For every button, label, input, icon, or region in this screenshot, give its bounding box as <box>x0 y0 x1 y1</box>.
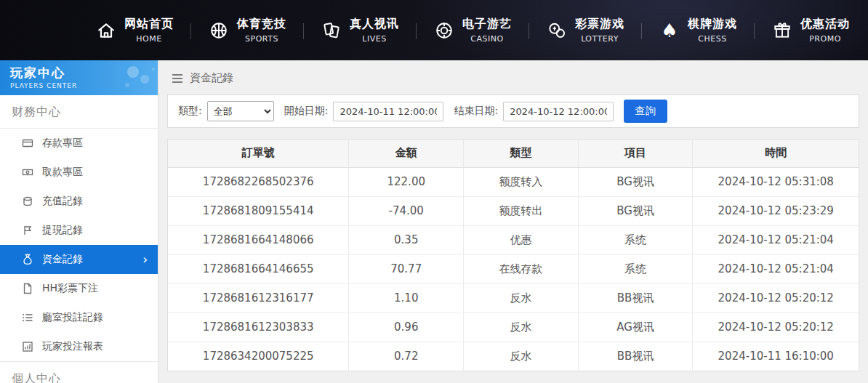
cell-time: 2024-10-12 05:20:12 <box>693 283 859 313</box>
records-table-panel: 訂單號 金額 類型 項目 時間 1728682268502376 122.00 … <box>167 139 859 371</box>
nav-item-lives[interactable]: 真人视讯 LIVES <box>304 13 417 48</box>
sidebar: 玩家中心 PLAYERS CENTER 财務中心 存款專區 取款專區 <box>0 60 158 383</box>
nav-item-promo[interactable]: 优惠活动 PROMO <box>755 13 867 48</box>
lottery-balls-icon <box>547 20 567 41</box>
sidebar-item-player-bet-report[interactable]: 玩家投注報表 <box>0 332 158 361</box>
start-date-label: 開始日期: <box>284 105 329 118</box>
money-bag-icon <box>22 254 33 265</box>
table-row: 1728681809155414 -74.00 额度转出 BG视讯 2024-1… <box>168 196 859 225</box>
column-header-type: 類型 <box>464 140 579 167</box>
cell-order-no: 1728681664146655 <box>168 254 349 283</box>
sidebar-menu: 存款專區 取款專區 充值記錄 提現記錄 <box>0 129 158 361</box>
nav-item-text: 优惠活动 PROMO <box>800 17 850 44</box>
sidebar-item-label: 存款專區 <box>42 137 83 150</box>
nav-item-lottery[interactable]: 彩票游戏 LOTTERY <box>529 13 642 48</box>
nav-item-subtitle: LIVES <box>362 34 386 44</box>
personal-section-title: 個人中心 <box>0 361 158 383</box>
chip-icon <box>434 20 454 41</box>
sidebar-item-hh-lottery-bets[interactable]: HH彩票下注 <box>0 274 158 303</box>
cell-type: 反水 <box>464 283 579 313</box>
cell-amount: 70.77 <box>349 254 464 283</box>
cell-project: BB视讯 <box>578 283 693 313</box>
document-icon <box>22 283 33 294</box>
nav-item-title: 电子游艺 <box>462 17 512 32</box>
sidebar-item-label: 廳室投註記錄 <box>42 311 103 324</box>
cell-type: 额度转出 <box>464 196 579 225</box>
table-row: 1728681612303833 0.96 反水 AG视讯 2024-10-12… <box>168 313 859 342</box>
nav-item-text: 真人视讯 LIVES <box>350 17 399 44</box>
cell-amount: 0.96 <box>349 313 464 342</box>
cell-type: 在线存款 <box>464 254 579 283</box>
cell-order-no: 1728634200075225 <box>168 342 349 371</box>
nav-item-chess[interactable]: ♠ 棋牌游戏 CHESS <box>642 13 755 48</box>
cell-type: 反水 <box>464 313 579 342</box>
cell-amount: 1.10 <box>349 283 464 313</box>
nav-item-title: 棋牌游戏 <box>688 17 737 32</box>
deposit-card-icon <box>22 137 33 149</box>
table-row: 1728682268502376 122.00 额度转入 BG视讯 2024-1… <box>168 167 859 196</box>
nav-item-text: 彩票游戏 LOTTERY <box>575 17 624 44</box>
cell-time: 2024-10-11 16:10:00 <box>693 342 859 371</box>
gift-icon <box>772 20 792 41</box>
table-row: 1728681664148066 0.35 优惠 系统 2024-10-12 0… <box>168 225 859 254</box>
sidebar-item-label: 資金記錄 <box>42 253 83 266</box>
finance-section-title: 财務中心 <box>0 95 158 129</box>
cell-order-no: 1728681612316177 <box>168 283 349 313</box>
nav-item-text: 网站首页 HOME <box>124 17 174 44</box>
nav-item-home[interactable]: 网站首页 HOME <box>79 13 191 48</box>
end-date-input[interactable] <box>503 102 614 121</box>
table-row: 1728681664146655 70.77 在线存款 系统 2024-10-1… <box>168 254 859 283</box>
banknote-icon <box>22 166 33 178</box>
cell-type: 优惠 <box>464 225 579 254</box>
cell-project: AG视讯 <box>578 313 693 342</box>
type-select[interactable]: 全部 <box>207 101 274 121</box>
type-label: 類型: <box>178 105 202 118</box>
sidebar-item-withdrawal-records[interactable]: 提現記錄 <box>0 216 158 245</box>
nav-item-text: 体育竞技 SPORTS <box>237 17 286 44</box>
nav-item-casino[interactable]: 电子游艺 CASINO <box>417 13 529 48</box>
funds-records-table: 訂單號 金額 類型 項目 時間 1728682268502376 122.00 … <box>168 140 859 371</box>
cell-amount: 122.00 <box>349 167 464 196</box>
sidebar-item-label: 充值記錄 <box>42 195 83 208</box>
home-icon <box>96 20 116 41</box>
sidebar-item-funds-records[interactable]: 資金記錄 › <box>0 245 158 274</box>
table-header-row: 訂單號 金額 類型 項目 時間 <box>168 140 859 167</box>
breadcrumb: 資金記錄 <box>158 60 868 93</box>
cell-order-no: 1728681612303833 <box>168 313 349 342</box>
cell-time: 2024-10-12 05:21:04 <box>693 225 859 254</box>
cell-project: BG视讯 <box>578 196 693 225</box>
hamburger-icon[interactable] <box>172 73 183 84</box>
players-center-subtitle: PLAYERS CENTER <box>10 82 148 89</box>
cell-type: 反水 <box>464 342 579 371</box>
column-header-time: 時間 <box>693 140 859 167</box>
sidebar-item-room-bet-records[interactable]: 廳室投註記錄 <box>0 303 158 332</box>
nav-item-subtitle: LOTTERY <box>581 34 619 44</box>
sidebar-item-deposit[interactable]: 存款專區 <box>0 129 158 158</box>
nav-item-title: 优惠活动 <box>800 17 850 32</box>
page-title: 資金記錄 <box>190 71 233 85</box>
sidebar-item-withdraw[interactable]: 取款專區 <box>0 158 158 187</box>
table-row: 1728634200075225 0.72 反水 BB视讯 2024-10-11… <box>168 342 859 371</box>
cell-type: 额度转入 <box>464 167 579 196</box>
sidebar-item-recharge-records[interactable]: 充值記錄 <box>0 187 158 216</box>
main-content: 資金記錄 類型: 全部 開始日期: 结束日期: 查詢 訂單號 金額 類型 項目 <box>158 60 868 383</box>
coins-icon <box>22 195 33 207</box>
end-date-label: 结束日期: <box>454 105 498 118</box>
spade-icon: ♠ <box>659 20 680 41</box>
column-header-order-no: 訂單號 <box>168 140 349 167</box>
nav-item-subtitle: SPORTS <box>245 34 278 44</box>
cell-order-no: 1728682268502376 <box>168 167 349 196</box>
nav-item-subtitle: HOME <box>136 34 161 44</box>
sidebar-item-label: 玩家投注報表 <box>42 340 103 353</box>
cell-amount: -74.00 <box>349 196 464 225</box>
search-button[interactable]: 查詢 <box>624 100 667 123</box>
cell-time: 2024-10-12 05:23:29 <box>693 196 859 225</box>
top-navigation: 网站首页 HOME 体育竞技 SPORTS 真人视讯 LIVES <box>0 0 868 60</box>
nav-item-text: 电子游艺 CASINO <box>462 17 512 44</box>
sidebar-item-label: HH彩票下注 <box>42 282 98 295</box>
start-date-input[interactable] <box>333 102 443 121</box>
nav-item-subtitle: PROMO <box>809 34 841 44</box>
cell-project: BG视讯 <box>578 167 693 196</box>
nav-item-sports[interactable]: 体育竞技 SPORTS <box>191 13 304 48</box>
cards-icon <box>321 20 342 41</box>
